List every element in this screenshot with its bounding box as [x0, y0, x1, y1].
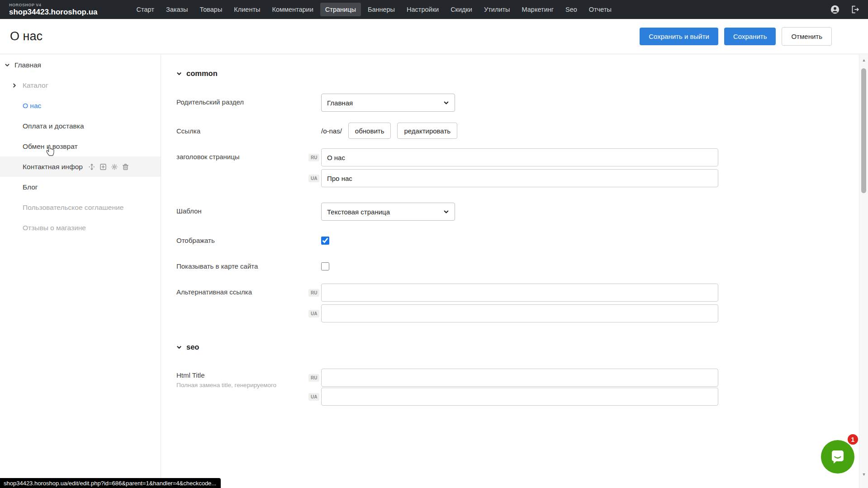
- chevron-down-icon: [443, 100, 449, 106]
- link-refresh-button[interactable]: обновить: [348, 123, 391, 139]
- main-menu: Старт Заказы Товары Клиенты Комментарии …: [132, 3, 617, 16]
- chevron-down-icon: [176, 345, 182, 350]
- scroll-up-arrow[interactable]: ▲: [859, 56, 868, 65]
- nav-item-banners[interactable]: Баннеры: [363, 3, 400, 16]
- nav-item-start[interactable]: Старт: [132, 3, 159, 16]
- chevron-down-icon[interactable]: [5, 62, 14, 68]
- lang-tag-ua: UA: [308, 393, 319, 401]
- page-header: О нас Сохранить и выйти Сохранить Отмени…: [0, 19, 868, 54]
- page-title: О нас: [10, 29, 43, 43]
- nav-item-seo[interactable]: Seo: [560, 3, 582, 16]
- display-label: Отображать: [176, 232, 321, 245]
- tree-item-about[interactable]: О нас: [0, 95, 161, 116]
- tree-item-label: Оплата и доставка: [23, 122, 84, 130]
- page-title-ru-input[interactable]: [321, 148, 718, 166]
- tree-item-store-reviews[interactable]: Отзывы о магазине: [0, 218, 161, 238]
- tree-item-label: Каталог: [23, 81, 48, 90]
- display-checkbox[interactable]: [321, 237, 329, 245]
- logo-domain-label: shop34423.horoshop.ua: [9, 8, 98, 16]
- nav-item-settings[interactable]: Настройки: [402, 3, 444, 16]
- lang-tag-ru: RU: [308, 374, 319, 382]
- tree-item-label: О нас: [23, 102, 41, 110]
- tree-item-label: Блог: [23, 183, 38, 191]
- tree-item-contact-info[interactable]: Контактная инфор: [0, 156, 161, 177]
- app-logo[interactable]: HOROSHOP V4 shop34423.horoshop.ua: [9, 3, 98, 16]
- save-and-exit-button[interactable]: Сохранить и выйти: [640, 28, 718, 45]
- cancel-button[interactable]: Отменить: [782, 27, 832, 46]
- lang-tag-ru: RU: [308, 289, 319, 297]
- sitemap-checkbox[interactable]: [321, 262, 329, 270]
- nav-item-marketing[interactable]: Маркетинг: [517, 3, 559, 16]
- section-common-title: common: [186, 69, 218, 78]
- save-button[interactable]: Сохранить: [724, 28, 776, 45]
- nav-item-discounts[interactable]: Скидки: [446, 3, 477, 16]
- html-title-ua-input[interactable]: [321, 388, 718, 406]
- lang-tag-ua: UA: [308, 310, 319, 317]
- tree-item-label: Контактная инфор: [23, 163, 83, 171]
- pages-tree: Главная Каталог О нас Оплата и доставка …: [0, 55, 161, 238]
- nav-item-pages[interactable]: Страницы: [320, 3, 361, 16]
- html-title-ru-input[interactable]: [321, 369, 718, 387]
- tree-item-exchange-return[interactable]: Обмен и возврат: [0, 136, 161, 156]
- template-label: Шаблон: [176, 203, 321, 221]
- tree-item-home[interactable]: Главная: [0, 55, 161, 75]
- alt-link-label: Альтернативная ссылка: [176, 284, 321, 302]
- chat-widget-button[interactable]: [821, 440, 854, 474]
- link-edit-button[interactable]: редактировать: [397, 123, 457, 139]
- tree-item-label: Пользовательское соглашение: [23, 204, 123, 212]
- section-seo-title: seo: [186, 343, 199, 351]
- chat-bubble-icon: [829, 448, 846, 465]
- chat-unread-badge: 1: [847, 433, 859, 445]
- move-item-icon[interactable]: [88, 163, 95, 171]
- page-title-label: заголовок страницы: [176, 148, 321, 166]
- chevron-down-icon: [443, 209, 449, 215]
- sitemap-label: Показывать в карте сайта: [176, 258, 321, 270]
- parent-section-select[interactable]: Главная: [321, 94, 455, 112]
- scrollbar-thumb[interactable]: [861, 68, 866, 193]
- alt-link-ua-input[interactable]: [321, 304, 718, 322]
- nav-item-clients[interactable]: Клиенты: [229, 3, 265, 16]
- tree-item-label: Отзывы о магазине: [23, 224, 86, 232]
- parent-section-value: Главная: [327, 99, 353, 107]
- user-account-icon[interactable]: [830, 5, 840, 14]
- tree-item-user-agreement[interactable]: Пользовательское соглашение: [0, 197, 161, 218]
- nav-item-reports[interactable]: Отчеты: [584, 3, 617, 16]
- tree-item-catalog[interactable]: Каталог: [0, 75, 161, 95]
- top-navigation-bar: HOROSHOP V4 shop34423.horoshop.ua Старт …: [0, 0, 868, 19]
- section-seo-toggle[interactable]: seo: [176, 343, 199, 351]
- chevron-right-icon[interactable]: [12, 83, 22, 88]
- template-select[interactable]: Текстовая страница: [321, 203, 455, 221]
- nav-item-products[interactable]: Товары: [194, 3, 227, 16]
- logo-version-label: HOROSHOP V4: [9, 3, 98, 7]
- nav-item-comments[interactable]: Комментарии: [267, 3, 318, 16]
- chevron-down-icon: [176, 71, 182, 76]
- lang-tag-ru: RU: [308, 154, 319, 161]
- link-label: Ссылка: [176, 123, 321, 139]
- html-title-label: Html Title Полная замена title, генериру…: [176, 367, 321, 389]
- alt-link-ru-input[interactable]: [321, 284, 718, 302]
- link-path-value: /o-nas/: [321, 123, 342, 139]
- template-value: Текстовая страница: [327, 208, 390, 216]
- add-subpage-icon[interactable]: [100, 163, 107, 171]
- scroll-down-arrow[interactable]: ▼: [859, 470, 868, 479]
- tree-item-label: Обмен и возврат: [23, 142, 78, 151]
- section-common-toggle[interactable]: common: [176, 69, 218, 78]
- settings-gear-icon[interactable]: [111, 163, 118, 171]
- lang-tag-ua: UA: [308, 175, 319, 182]
- sidebar-divider: [161, 55, 161, 488]
- delete-trash-icon[interactable]: [122, 163, 129, 171]
- page-title-ua-input[interactable]: [321, 169, 718, 187]
- parent-section-label: Родительский раздел: [176, 94, 321, 112]
- tree-item-blog[interactable]: Блог: [0, 177, 161, 197]
- nav-item-orders[interactable]: Заказы: [161, 3, 193, 16]
- nav-item-utilities[interactable]: Утилиты: [479, 3, 515, 16]
- tree-item-payment-delivery[interactable]: Оплата и доставка: [0, 116, 161, 136]
- tree-item-label: Главная: [14, 61, 41, 69]
- logout-icon[interactable]: [850, 5, 860, 14]
- status-url-tooltip: shop34423.horoshop.ua/edit/edit.php?id=6…: [0, 478, 221, 488]
- vertical-scrollbar[interactable]: ▲ ▼: [859, 55, 868, 488]
